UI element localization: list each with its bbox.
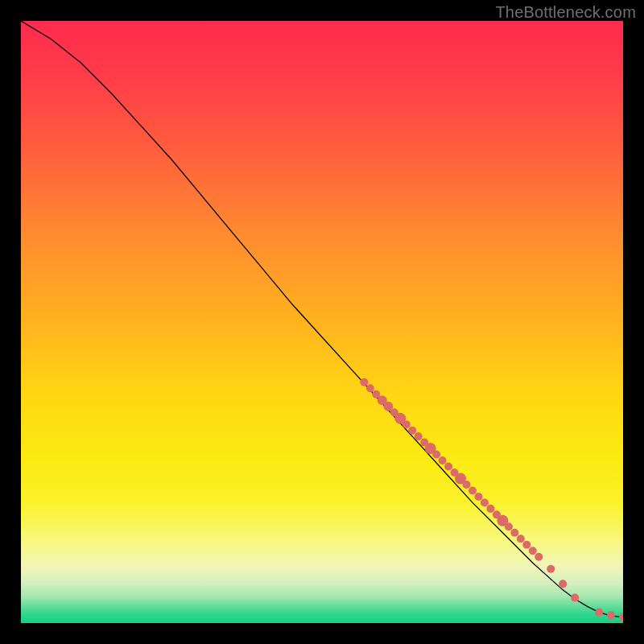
highlight-dot <box>505 522 513 530</box>
highlight-dot <box>607 611 615 619</box>
highlight-dot <box>439 456 447 464</box>
highlight-dot <box>510 529 518 537</box>
highlight-dot <box>619 613 623 621</box>
highlight-dot <box>360 378 368 386</box>
highlight-dot <box>522 541 530 549</box>
chart-overlay <box>21 21 623 623</box>
highlight-dot <box>474 493 482 501</box>
highlight-dot <box>415 432 423 440</box>
highlight-dot <box>366 384 374 392</box>
highlight-dot <box>517 535 525 543</box>
highlight-dot <box>595 609 603 617</box>
highlight-dot <box>559 580 567 588</box>
highlight-dot <box>408 427 416 435</box>
highlight-dot <box>571 594 579 602</box>
highlight-dot <box>444 463 452 471</box>
highlight-dot <box>547 565 555 573</box>
highlight-dot <box>463 481 471 489</box>
highlight-dot <box>535 553 543 561</box>
plot-area <box>21 21 623 623</box>
main-curve <box>21 21 623 617</box>
highlight-dot <box>481 498 489 506</box>
watermark-text: TheBottleneck.com <box>495 3 636 22</box>
highlight-dot <box>529 547 537 555</box>
highlight-dot <box>402 420 411 428</box>
highlight-dot <box>486 505 494 513</box>
highlight-dot <box>469 486 477 494</box>
highlight-dot <box>432 451 440 459</box>
chart-stage: TheBottleneck.com <box>0 0 644 644</box>
highlight-dots <box>360 378 623 621</box>
